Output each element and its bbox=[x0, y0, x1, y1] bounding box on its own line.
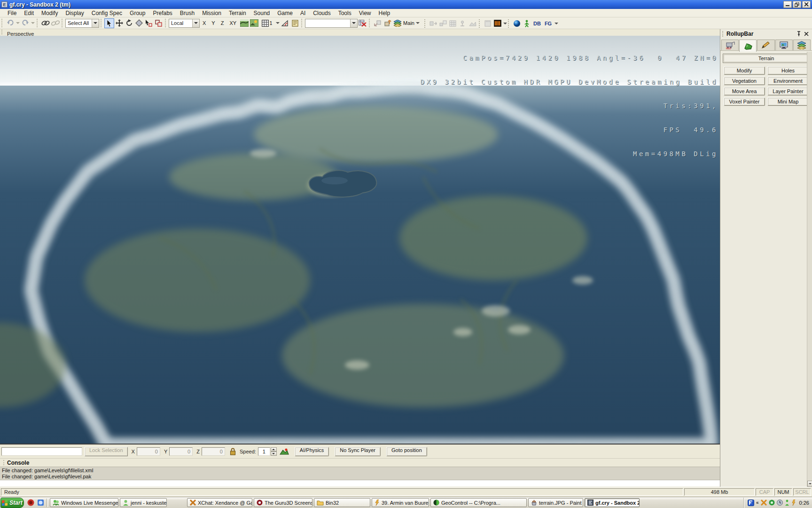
task-paint[interactable]: terrain.JPG - Paint bbox=[528, 498, 583, 507]
terrain-elevation-icon[interactable] bbox=[239, 18, 249, 28]
goto-terrain-icon[interactable] bbox=[280, 448, 289, 455]
task-bin32[interactable]: Bin32 bbox=[314, 498, 370, 507]
undo-button[interactable] bbox=[5, 18, 15, 28]
menu-file[interactable]: File bbox=[4, 9, 20, 17]
menu-ai[interactable]: AI bbox=[297, 9, 309, 17]
selection-name-input[interactable] bbox=[1, 447, 82, 456]
angle-snap-button[interactable] bbox=[280, 18, 290, 28]
ai-physics-button[interactable]: AI/Physics bbox=[295, 447, 329, 456]
console-grip[interactable] bbox=[3, 460, 6, 465]
ui-editor-icon[interactable] bbox=[492, 18, 502, 28]
environment-button[interactable]: Environment bbox=[767, 77, 809, 85]
toolbar-grip[interactable] bbox=[508, 19, 510, 28]
toolbar-grip[interactable] bbox=[1, 19, 4, 27]
toolbar-grip[interactable] bbox=[165, 19, 167, 27]
y-coordinate-field[interactable]: 0 bbox=[169, 447, 193, 456]
messenger-tray-icon[interactable] bbox=[785, 500, 789, 506]
toolbar-grip[interactable] bbox=[424, 19, 427, 28]
quicklaunch-messenger-icon[interactable] bbox=[37, 499, 45, 507]
menu-brush[interactable]: Brush bbox=[176, 9, 198, 17]
z-coordinate-field[interactable]: 0 bbox=[202, 447, 225, 456]
scheduler-tray-icon[interactable] bbox=[777, 500, 783, 506]
task-messenger[interactable]: Windows Live Messenger bbox=[50, 498, 118, 507]
menu-sound[interactable]: Sound bbox=[250, 9, 274, 17]
restore-button[interactable] bbox=[793, 1, 801, 8]
toolbar-grip[interactable] bbox=[37, 19, 39, 27]
select-tool-button[interactable] bbox=[104, 18, 114, 28]
delete-named-selection-icon[interactable] bbox=[358, 18, 367, 28]
task-xchat[interactable]: XChat: Xendance @ Gam... bbox=[187, 498, 252, 507]
named-selection-combo[interactable] bbox=[305, 19, 358, 28]
menu-group[interactable]: Group bbox=[126, 9, 149, 17]
move-tool-button[interactable] bbox=[114, 18, 124, 28]
notes-icon[interactable] bbox=[290, 18, 300, 28]
axis-x-button[interactable]: X bbox=[200, 19, 209, 27]
align-object-icon[interactable] bbox=[428, 18, 438, 28]
menu-modify[interactable]: Modify bbox=[38, 9, 62, 17]
task-sandbox[interactable]: gf.cry - Sandbox 2 (tm) bbox=[585, 498, 640, 507]
toolbar-grip[interactable] bbox=[479, 19, 481, 28]
xchat-tray-icon[interactable] bbox=[761, 500, 767, 506]
taskbar-clock[interactable]: 0:26 bbox=[799, 500, 809, 506]
group-dropdown-icon[interactable] bbox=[554, 18, 559, 28]
minimize-button[interactable] bbox=[783, 1, 792, 8]
pin-icon[interactable] bbox=[795, 31, 802, 37]
terrain-align-icon[interactable] bbox=[468, 18, 477, 28]
rollup-grip[interactable] bbox=[722, 31, 724, 37]
holes-button[interactable]: Holes bbox=[767, 66, 809, 75]
snap-grid-icon[interactable] bbox=[448, 18, 458, 28]
menu-game[interactable]: Game bbox=[273, 9, 297, 17]
selection-filter-combo[interactable]: Select All bbox=[65, 19, 99, 28]
menu-terrain[interactable]: Terrain bbox=[225, 9, 250, 17]
chevron-down-icon[interactable] bbox=[92, 19, 99, 27]
display-tab[interactable] bbox=[775, 40, 793, 50]
menu-config-spec[interactable]: Config Spec bbox=[88, 9, 126, 17]
chevron-down-icon[interactable] bbox=[350, 19, 357, 27]
speed-field[interactable]: 1 bbox=[258, 447, 270, 456]
world-icon[interactable] bbox=[512, 18, 522, 28]
speed-stepper[interactable] bbox=[271, 447, 277, 456]
menu-display[interactable]: Display bbox=[62, 9, 87, 17]
menu-tools[interactable]: Tools bbox=[335, 9, 355, 17]
lock-selection-button[interactable]: Lock Selection bbox=[85, 447, 128, 456]
move-area-button[interactable]: Move Area bbox=[724, 87, 765, 95]
task-winamp[interactable]: 39. Armin van Buuren - ... bbox=[372, 498, 429, 507]
no-sync-player-button[interactable]: No Sync Player bbox=[335, 447, 381, 456]
toolbar-grip[interactable] bbox=[301, 19, 304, 27]
start-button[interactable]: Start bbox=[0, 498, 24, 508]
winamp-tray-icon[interactable] bbox=[791, 500, 796, 506]
layer-painter-button[interactable]: Layer Painter bbox=[767, 87, 809, 95]
menu-mission[interactable]: Mission bbox=[198, 9, 225, 17]
pivot-icon[interactable] bbox=[458, 18, 468, 28]
axis-y-button[interactable]: Y bbox=[209, 19, 218, 27]
rollup-scrollbar[interactable] bbox=[807, 52, 812, 487]
terrain-modify-icon[interactable] bbox=[249, 18, 259, 28]
layers-icon[interactable] bbox=[392, 18, 402, 28]
database-view-button[interactable]: DB bbox=[531, 20, 543, 27]
console-input[interactable] bbox=[0, 480, 720, 486]
x-coordinate-field[interactable]: 0 bbox=[137, 447, 160, 456]
goto-position-button[interactable]: Goto position bbox=[386, 447, 427, 456]
layer-dropdown-icon[interactable] bbox=[415, 18, 421, 28]
goto-object-up-icon[interactable] bbox=[383, 18, 392, 28]
modelling-tab[interactable] bbox=[757, 40, 774, 50]
grid-dropdown-icon[interactable] bbox=[275, 18, 280, 28]
deep-select-button[interactable] bbox=[154, 18, 164, 28]
menu-edit[interactable]: Edit bbox=[20, 9, 38, 17]
menu-clouds[interactable]: Clouds bbox=[309, 9, 334, 17]
toolbar-grip[interactable] bbox=[62, 19, 64, 27]
align-to-grid-icon[interactable] bbox=[438, 18, 448, 28]
link-icon[interactable] bbox=[40, 18, 50, 28]
grid-snap-button[interactable]: 1 bbox=[259, 18, 275, 28]
toolbar-grip[interactable] bbox=[369, 19, 371, 27]
task-geocontrol[interactable]: GeoControl -- C:\Progra... bbox=[430, 498, 527, 507]
quicklaunch-media-icon[interactable] bbox=[27, 499, 35, 507]
ai-person-icon[interactable] bbox=[522, 18, 531, 28]
menu-view[interactable]: View bbox=[355, 9, 375, 17]
axis-z-button[interactable]: Z bbox=[218, 19, 227, 27]
fraps-tray-icon[interactable] bbox=[748, 500, 754, 506]
menu-help[interactable]: Help bbox=[375, 9, 394, 17]
task-guru3d[interactable]: The Guru3D Screenshot ... bbox=[254, 498, 312, 507]
close-icon[interactable] bbox=[803, 31, 810, 37]
coord-system-combo[interactable]: Local bbox=[169, 19, 200, 28]
